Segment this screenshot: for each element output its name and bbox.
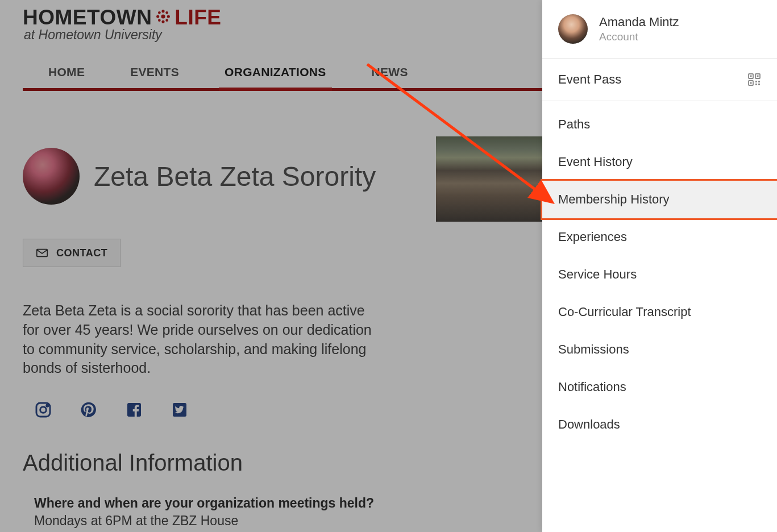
logo-text-1: HOMETOWN (23, 6, 152, 30)
sidebar-user-section[interactable]: Amanda Mintz Account (542, 0, 777, 59)
svg-point-1 (162, 10, 165, 13)
svg-point-2 (162, 20, 165, 23)
sidebar-item-experiences[interactable]: Experiences (542, 218, 777, 256)
sidebar-menu: Paths Event History Membership History E… (542, 101, 777, 443)
twitter-icon[interactable] (171, 401, 189, 419)
svg-rect-19 (755, 81, 757, 82)
svg-rect-16 (750, 76, 752, 77)
sidebar-item-paths[interactable]: Paths (542, 106, 777, 143)
svg-point-5 (158, 11, 161, 14)
facebook-icon[interactable] (125, 401, 143, 419)
svg-rect-20 (758, 81, 760, 82)
svg-point-8 (166, 19, 169, 22)
sidebar-item-downloads[interactable]: Downloads (542, 406, 777, 443)
envelope-icon (36, 247, 48, 259)
sidebar-item-submissions[interactable]: Submissions (542, 331, 777, 368)
nav-events[interactable]: EVENTS (124, 57, 185, 88)
svg-rect-21 (755, 84, 757, 85)
sidebar-item-notifications[interactable]: Notifications (542, 368, 777, 406)
logo-burst-icon (155, 9, 171, 24)
nav-organizations[interactable]: ORGANIZATIONS (219, 57, 332, 91)
svg-rect-18 (750, 82, 752, 84)
svg-point-4 (167, 15, 170, 18)
sidebar-item-co-curricular-transcript[interactable]: Co-Curricular Transcript (542, 293, 777, 331)
event-pass-label: Event Pass (558, 72, 621, 87)
svg-point-11 (40, 407, 47, 413)
nav-news[interactable]: NEWS (366, 57, 414, 88)
org-description: Zeta Beta Zeta is a social sorority that… (23, 301, 375, 378)
pinterest-icon[interactable] (80, 401, 98, 419)
qr-code-icon (747, 73, 761, 86)
sidebar-event-pass[interactable]: Event Pass (542, 59, 777, 101)
svg-point-3 (156, 15, 159, 18)
sidebar-item-service-hours[interactable]: Service Hours (542, 256, 777, 293)
user-avatar (558, 14, 588, 44)
user-name: Amanda Mintz (599, 15, 679, 30)
svg-rect-17 (757, 76, 759, 77)
svg-point-0 (161, 15, 165, 19)
contact-label: CONTACT (56, 247, 107, 259)
sidebar-item-membership-history[interactable]: Membership History (541, 179, 777, 220)
sidebar-item-event-history[interactable]: Event History (542, 143, 777, 181)
org-title: Zeta Beta Zeta Sorority (94, 161, 376, 192)
account-sidebar: Amanda Mintz Account Event Pass Paths Ev… (542, 0, 777, 532)
instagram-icon[interactable] (34, 401, 52, 419)
logo-text-2: LIFE (174, 6, 221, 30)
svg-point-12 (47, 405, 48, 406)
svg-point-7 (158, 19, 161, 22)
svg-point-6 (166, 11, 169, 14)
user-info: Amanda Mintz Account (599, 15, 679, 43)
contact-button[interactable]: CONTACT (23, 239, 121, 267)
nav-home[interactable]: HOME (43, 57, 90, 88)
user-account-label: Account (599, 31, 679, 43)
svg-rect-22 (758, 84, 760, 85)
org-avatar (23, 148, 80, 205)
